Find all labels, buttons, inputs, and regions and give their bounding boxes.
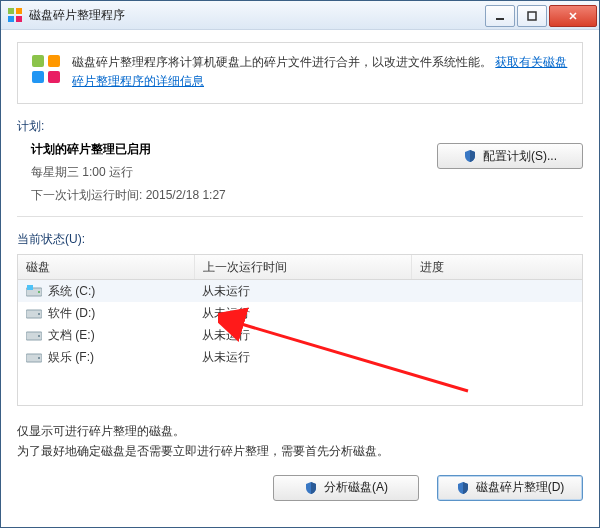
info-description: 磁盘碎片整理程序将计算机硬盘上的碎片文件进行合并，以改进文件系统性能。	[72, 55, 492, 69]
maximize-button[interactable]	[517, 5, 547, 27]
window-root: 磁盘碎片整理程序 磁盘碎	[0, 0, 600, 528]
schedule-title: 计划的碎片整理已启用	[31, 141, 437, 158]
schedule-frequency: 每星期三 1:00 运行	[31, 164, 437, 181]
disk-last-run: 从未运行	[194, 281, 410, 302]
schedule-row: 计划的碎片整理已启用 每星期三 1:00 运行 下一次计划运行时间: 2015/…	[17, 141, 583, 210]
table-row[interactable]: 娱乐 (F:) 从未运行	[18, 346, 582, 368]
drive-icon	[26, 307, 42, 319]
info-panel: 磁盘碎片整理程序将计算机硬盘上的碎片文件进行合并，以改进文件系统性能。 获取有关…	[17, 42, 583, 104]
svg-point-14	[38, 313, 40, 315]
shield-icon	[463, 149, 477, 163]
svg-rect-1	[16, 8, 22, 14]
shield-icon	[304, 481, 318, 495]
configure-schedule-label: 配置计划(S)...	[483, 148, 557, 165]
shield-icon	[456, 481, 470, 495]
disk-progress	[410, 311, 582, 315]
action-bar: 分析磁盘(A) 磁盘碎片整理(D)	[17, 475, 583, 501]
disk-name: 软件 (D:)	[48, 305, 95, 322]
col-progress[interactable]: 进度	[412, 255, 582, 279]
minimize-button[interactable]	[485, 5, 515, 27]
disk-progress	[410, 355, 582, 359]
disk-name: 文档 (E:)	[48, 327, 95, 344]
schedule-info: 计划的碎片整理已启用 每星期三 1:00 运行 下一次计划运行时间: 2015/…	[17, 141, 437, 210]
svg-rect-4	[496, 18, 504, 20]
col-last-run[interactable]: 上一次运行时间	[195, 255, 412, 279]
svg-rect-11	[27, 285, 33, 290]
svg-point-16	[38, 335, 40, 337]
drive-icon	[26, 351, 42, 363]
disk-name: 系统 (C:)	[48, 283, 95, 300]
disk-progress	[410, 289, 582, 293]
svg-rect-3	[16, 16, 22, 22]
svg-rect-5	[528, 12, 536, 20]
defrag-icon	[7, 7, 23, 23]
disk-last-run: 从未运行	[194, 303, 410, 324]
schedule-section-label: 计划:	[17, 118, 583, 135]
drive-icon	[26, 329, 42, 341]
table-row[interactable]: 软件 (D:) 从未运行	[18, 302, 582, 324]
svg-point-18	[38, 357, 40, 359]
svg-rect-2	[8, 16, 14, 22]
schedule-next-run: 下一次计划运行时间: 2015/2/18 1:27	[31, 187, 437, 204]
defragment-disk-button[interactable]: 磁盘碎片整理(D)	[437, 475, 583, 501]
info-text: 磁盘碎片整理程序将计算机硬盘上的碎片文件进行合并，以改进文件系统性能。 获取有关…	[72, 53, 570, 91]
svg-rect-8	[32, 71, 44, 83]
svg-rect-0	[8, 8, 14, 14]
svg-rect-6	[32, 55, 44, 67]
note-line2: 为了最好地确定磁盘是否需要立即进行碎片整理，需要首先分析磁盘。	[17, 442, 583, 461]
disk-last-run: 从未运行	[194, 325, 410, 346]
status-section-label: 当前状态(U):	[17, 231, 583, 248]
os-drive-icon	[26, 285, 42, 297]
close-button[interactable]	[549, 5, 597, 27]
table-row[interactable]: 文档 (E:) 从未运行	[18, 324, 582, 346]
table-header: 磁盘 上一次运行时间 进度	[18, 255, 582, 280]
svg-point-12	[38, 291, 40, 293]
defrag-large-icon	[30, 53, 62, 85]
disk-table: 磁盘 上一次运行时间 进度 系统 (C:) 从未运行	[17, 254, 583, 406]
svg-rect-7	[48, 55, 60, 67]
title-bar: 磁盘碎片整理程序	[1, 1, 599, 30]
table-row[interactable]: 系统 (C:) 从未运行	[18, 280, 582, 302]
analyze-disk-button[interactable]: 分析磁盘(A)	[273, 475, 419, 501]
window-body: 磁盘碎片整理程序将计算机硬盘上的碎片文件进行合并，以改进文件系统性能。 获取有关…	[1, 30, 599, 515]
table-body: 系统 (C:) 从未运行 软件 (D:) 从未运行	[18, 280, 582, 368]
divider	[17, 216, 583, 217]
disk-progress	[410, 333, 582, 337]
configure-schedule-button[interactable]: 配置计划(S)...	[437, 143, 583, 169]
window-controls	[483, 5, 597, 25]
disk-last-run: 从未运行	[194, 347, 410, 368]
window-title: 磁盘碎片整理程序	[29, 7, 483, 24]
defragment-disk-label: 磁盘碎片整理(D)	[476, 479, 565, 496]
disk-name: 娱乐 (F:)	[48, 349, 94, 366]
col-disk[interactable]: 磁盘	[18, 255, 195, 279]
analyze-disk-label: 分析磁盘(A)	[324, 479, 388, 496]
svg-rect-9	[48, 71, 60, 83]
note-line1: 仅显示可进行碎片整理的磁盘。	[17, 422, 583, 441]
footer-note: 仅显示可进行碎片整理的磁盘。 为了最好地确定磁盘是否需要立即进行碎片整理，需要首…	[17, 422, 583, 460]
